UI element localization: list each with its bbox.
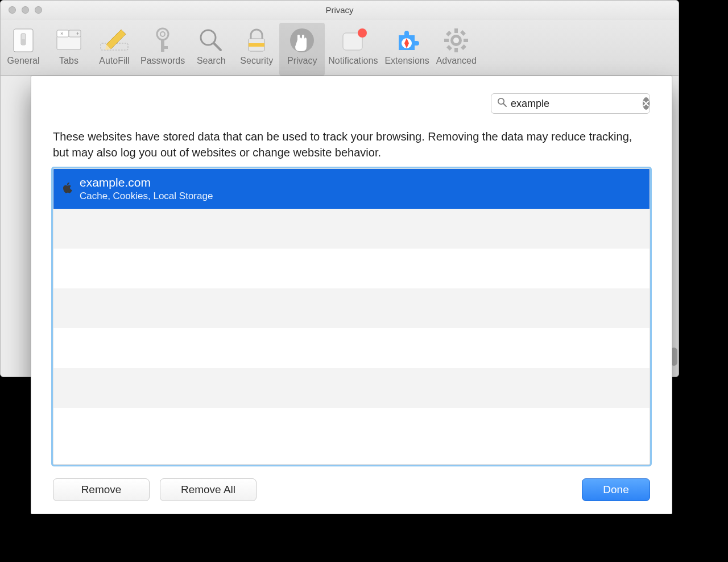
empty-row xyxy=(53,328,650,368)
minimize-window-button[interactable] xyxy=(22,6,29,14)
magnifier-icon xyxy=(198,26,224,55)
tab-general[interactable]: General xyxy=(1,23,46,76)
website-data-sheet: These websites have stored data that can… xyxy=(31,76,672,514)
padlock-icon xyxy=(245,26,268,55)
svg-rect-31 xyxy=(461,44,466,50)
search-field[interactable] xyxy=(491,93,650,114)
website-row[interactable]: example.com Cache, Cookies, Local Storag… xyxy=(53,169,650,209)
svg-point-11 xyxy=(157,28,168,40)
svg-rect-2 xyxy=(21,39,26,45)
website-data-types: Cache, Cookies, Local Storage xyxy=(80,191,213,202)
apple-icon xyxy=(63,182,73,196)
tab-privacy[interactable]: Privacy xyxy=(279,23,325,76)
svg-rect-29 xyxy=(464,39,468,42)
svg-text:+: + xyxy=(76,31,79,36)
svg-point-34 xyxy=(453,38,459,43)
svg-rect-26 xyxy=(454,28,458,33)
svg-rect-3 xyxy=(57,36,81,49)
empty-row xyxy=(53,368,650,408)
clear-search-button[interactable] xyxy=(643,97,650,110)
tab-passwords[interactable]: Passwords xyxy=(137,23,188,76)
preferences-toolbar: General × + Tabs xyxy=(1,19,679,76)
svg-point-12 xyxy=(160,32,165,36)
pencil-form-icon xyxy=(98,26,130,55)
website-data-list[interactable]: example.com Cache, Cookies, Local Storag… xyxy=(53,168,650,465)
website-domain: example.com xyxy=(80,176,213,189)
svg-rect-32 xyxy=(460,30,466,36)
svg-rect-18 xyxy=(249,43,264,47)
tab-advanced[interactable]: Advanced xyxy=(433,23,480,76)
empty-row xyxy=(53,408,650,448)
tab-notifications[interactable]: Notifications xyxy=(325,23,381,76)
remove-button[interactable]: Remove xyxy=(53,478,150,501)
tab-autofill[interactable]: AutoFill xyxy=(92,23,137,76)
tabs-icon: × + xyxy=(56,26,82,55)
done-button[interactable]: Done xyxy=(582,478,650,501)
key-icon xyxy=(151,26,174,55)
remove-all-button[interactable]: Remove All xyxy=(160,478,257,501)
tab-search[interactable]: Search xyxy=(188,23,234,76)
titlebar[interactable]: Privacy xyxy=(1,1,679,19)
search-icon xyxy=(497,97,507,110)
svg-rect-27 xyxy=(454,48,458,52)
svg-line-16 xyxy=(214,43,221,50)
close-window-button[interactable] xyxy=(9,6,16,14)
empty-row xyxy=(53,288,650,328)
empty-row xyxy=(53,209,650,249)
svg-rect-13 xyxy=(161,39,164,52)
zoom-window-button[interactable] xyxy=(35,6,42,14)
gear-icon xyxy=(443,26,469,55)
puzzle-compass-icon xyxy=(394,26,420,55)
tab-tabs[interactable]: × + Tabs xyxy=(46,23,92,76)
traffic-lights xyxy=(1,6,42,14)
switch-icon xyxy=(11,26,35,55)
svg-point-22 xyxy=(358,28,367,38)
svg-text:×: × xyxy=(60,31,63,36)
svg-rect-28 xyxy=(444,39,449,42)
notification-badge-icon xyxy=(340,26,367,55)
search-input[interactable] xyxy=(511,98,643,110)
tab-security[interactable]: Security xyxy=(234,23,279,76)
svg-line-36 xyxy=(503,104,506,106)
empty-row xyxy=(53,249,650,288)
svg-marker-9 xyxy=(106,30,126,49)
tab-extensions[interactable]: Extensions xyxy=(381,23,432,76)
svg-rect-30 xyxy=(446,31,452,36)
svg-rect-14 xyxy=(161,46,168,49)
hand-stop-icon xyxy=(289,26,315,55)
window-title: Privacy xyxy=(1,5,679,15)
svg-rect-33 xyxy=(446,45,452,51)
description-text: These websites have stored data that can… xyxy=(53,129,650,160)
